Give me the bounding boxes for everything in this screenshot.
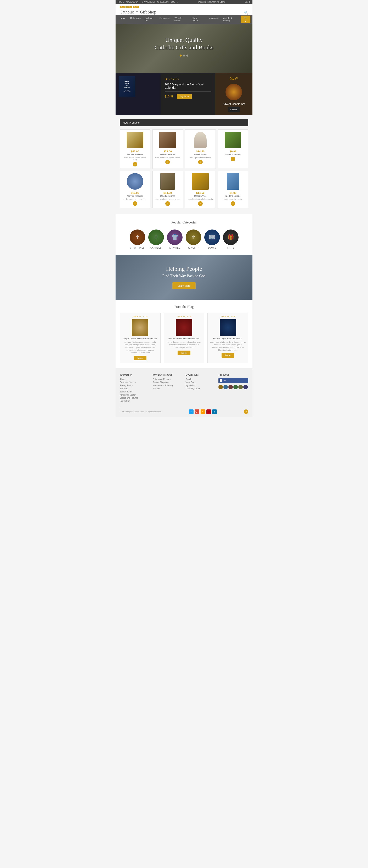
nav-pamphlets[interactable]: Pamphlets	[205, 15, 221, 24]
add-to-cart-4[interactable]: +	[231, 157, 235, 161]
cart-button[interactable]: 🛒 0	[241, 16, 250, 23]
nav-medals[interactable]: Medals & Jewelry	[221, 15, 241, 24]
blog-more-button-1[interactable]: More	[134, 356, 146, 360]
product-sub-8: suas hendrerite ulprice	[220, 198, 246, 200]
hero-dot-2[interactable]	[183, 55, 185, 57]
blog-date-1: JUNE 13, 2015	[122, 315, 158, 318]
badge-3: Sale!	[133, 6, 139, 8]
footer-view-cart[interactable]: View Cart	[186, 381, 216, 383]
blog-text-2: Sed, a rhoncus purus portitton vitae. Cr…	[166, 341, 202, 349]
learn-more-button[interactable]: Learn More	[172, 282, 195, 289]
blog-post-2: JUNE 23, 2015 Vivamus blandit nulla non …	[164, 313, 204, 363]
category-apparel[interactable]: 👕 APPAREL	[167, 229, 182, 249]
add-to-cart-1[interactable]: +	[133, 162, 137, 166]
blog-title: From the Blog	[120, 305, 248, 309]
add-to-cart-3[interactable]: +	[198, 160, 203, 164]
linkedin-icon[interactable]: in	[212, 409, 217, 414]
home-link[interactable]: HOME	[118, 1, 124, 3]
help-icon[interactable]: ?	[244, 409, 248, 414]
product-price-7: $14.50	[187, 191, 214, 194]
nav-home-decor[interactable]: Home Decor	[190, 15, 205, 24]
book-visual: MARYANDTHESAINTS 2015CALENDAR	[119, 76, 158, 97]
footer-affiliates[interactable]: Affiliates	[153, 388, 182, 390]
currency-selector[interactable]: $	[249, 1, 250, 3]
footer-my-wishlist[interactable]: My Wishlist	[186, 384, 216, 386]
hero-dot-3[interactable]	[186, 55, 188, 57]
log-in-link[interactable]: LOG IN	[171, 1, 178, 3]
footer-sign-in[interactable]: Sign In	[186, 378, 216, 380]
product-image-6	[160, 173, 175, 190]
product-card-1: $45.00 Kerrytss Mlaseras order create ul…	[120, 129, 150, 169]
category-gifts-circle: 🎁	[223, 229, 238, 245]
footer-orders-returns[interactable]: Orders and Returns	[120, 397, 149, 399]
footer-bottom: © 2015 Magento Demo Store. All Rights Re…	[120, 407, 248, 414]
language-selector[interactable]: En	[245, 1, 248, 3]
product-name-3: Maserta Vero	[187, 153, 214, 156]
footer-shipping-returns[interactable]: Shipping & Returns	[153, 378, 182, 380]
section-header-new-products: New Products	[120, 119, 248, 126]
footer-contact-us[interactable]: Contact Us	[120, 400, 149, 402]
nav-catholic-art[interactable]: Catholic Art	[143, 15, 158, 24]
logo[interactable]: Catholic ✝ Gift Shop	[120, 9, 156, 15]
welcome-message: Welcome to Our Online Store!	[198, 1, 225, 3]
footer-advanced-search[interactable]: Advanced Search	[120, 394, 149, 396]
nav-calendars[interactable]: Calendars	[128, 15, 143, 24]
footer-track-order[interactable]: Track My Order	[186, 388, 216, 390]
product-name-4: Niertand Berone	[220, 153, 246, 156]
checkout-link[interactable]: CHECKOUT	[157, 1, 169, 3]
category-crucifixes[interactable]: ✝ CRUCIFIXES	[130, 229, 145, 249]
nav-books[interactable]: Books	[118, 15, 128, 24]
footer-about-us[interactable]: About Us	[120, 378, 149, 380]
add-to-cart-8[interactable]: +	[231, 201, 235, 206]
hero-title: Unique, QualityCatholic Gifts and Books	[154, 36, 214, 52]
cross-icon: ✝	[135, 9, 139, 15]
pinterest-icon[interactable]: P	[206, 409, 211, 414]
blog-more-button-3[interactable]: More	[222, 353, 234, 358]
footer: Information About Us Customer Service Pr…	[116, 368, 252, 417]
category-candles[interactable]: 🕯 CANDLES	[148, 229, 164, 249]
product-image-8	[227, 173, 239, 190]
hero-dots	[180, 55, 188, 57]
footer-customer-service[interactable]: Customer Service	[120, 381, 149, 383]
category-jewelry[interactable]: ⚜ JEWELRY	[186, 229, 201, 249]
promo-section: MARYANDTHESAINTS 2015CALENDAR Best Selle…	[116, 73, 252, 115]
nav-crucifixes[interactable]: Crucifixes	[158, 15, 172, 24]
google-plus-icon[interactable]: G+	[195, 409, 199, 414]
category-gifts[interactable]: 🎁 GIFTS	[223, 229, 238, 249]
footer-international[interactable]: International Shipping	[153, 384, 182, 386]
my-account-link[interactable]: MY ACCOUNT	[126, 1, 140, 3]
navigation: Books Calendars Catholic Art Crucifixes …	[116, 15, 252, 24]
blog-more-button-2[interactable]: More	[177, 350, 190, 355]
add-to-cart-5[interactable]: +	[133, 201, 137, 206]
product-card-6: $14.00 Delortta Fermes suas hendrerite u…	[152, 171, 183, 208]
product-price-1: $45.00	[122, 150, 148, 153]
footer-secure-shopping[interactable]: Secure Shopping	[153, 381, 182, 383]
nav-dvds[interactable]: DVDs & Videos	[172, 15, 190, 24]
my-wishlist-link[interactable]: MY WISHLIST	[142, 1, 155, 3]
footer-search-terms[interactable]: Search Terms	[120, 391, 149, 393]
rss-icon[interactable]: ⌘	[201, 409, 205, 414]
details-button[interactable]: Details	[228, 107, 240, 112]
add-to-cart-7[interactable]: +	[198, 201, 203, 206]
search-icon[interactable]: 🔍	[244, 11, 248, 15]
buy-now-button[interactable]: Buy Now	[177, 94, 192, 99]
helping-banner: Helping People Find Their Way Back to Go…	[116, 255, 252, 300]
new-tag: NEW	[230, 76, 238, 81]
add-to-cart-6[interactable]: +	[165, 201, 170, 206]
footer-privacy-policy[interactable]: Privacy Policy	[120, 384, 149, 386]
banner-subtitle: Find Their Way Back to God	[120, 274, 248, 278]
add-to-cart-2[interactable]: +	[165, 160, 170, 164]
product-price-8: $1.99	[220, 191, 246, 194]
product-price-3: $14.50	[187, 150, 214, 153]
footer-information: Information About Us Customer Service Pr…	[120, 374, 149, 403]
twitter-icon[interactable]: 𝕏	[189, 409, 194, 414]
product-name-5: Kerrytss Mlaseras	[122, 195, 148, 197]
product-name-6: Delortta Fermes	[155, 195, 181, 197]
footer-social-icons: 𝕏 G+ ⌘ P in	[189, 409, 217, 414]
footer-site-map[interactable]: Site Map	[120, 388, 149, 390]
category-books[interactable]: 📖 BOOKS	[204, 229, 220, 249]
blog-image-2	[176, 319, 192, 336]
top-bar-links: HOME MY ACCOUNT MY WISHLIST CHECKOUT LOG…	[118, 1, 178, 3]
hero-dot-1[interactable]	[180, 55, 182, 57]
product-name-2: Delortta Fermes	[155, 153, 181, 156]
